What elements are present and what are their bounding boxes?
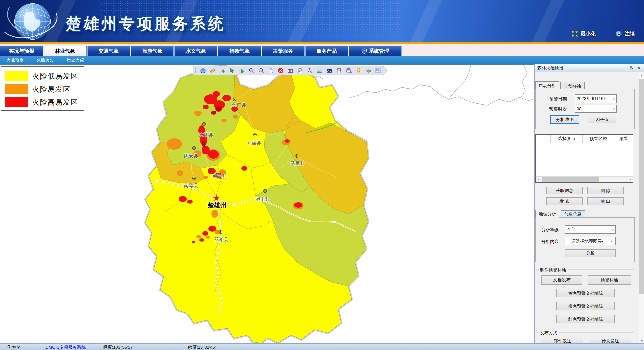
tab-live-and-forecast[interactable]: 实况与预报	[0, 46, 43, 56]
zoom-out-icon[interactable]	[258, 68, 264, 74]
select-by-circle-icon[interactable]	[219, 68, 225, 74]
panel-title: 森林火险预报	[537, 65, 564, 71]
get-info-button[interactable]: 获取信息	[546, 187, 583, 194]
orange-doc-edit-button[interactable]: 橙色预警文档编辑	[556, 302, 615, 310]
tab-decision-service[interactable]: 决策服务	[262, 46, 305, 56]
export-button[interactable]: 输 出	[587, 197, 624, 205]
application-window: 楚雄州专项服务系统 最小化 注销	[0, 0, 644, 350]
select-rotate-icon[interactable]	[239, 68, 245, 74]
minimize-icon	[571, 30, 578, 37]
panel-body: 自动分析 手动标绘 预警日期 2023年 6月16日 预警时次 08 分析成图 …	[535, 72, 639, 343]
status-ready: Ready	[7, 344, 20, 349]
pin-panel-icon[interactable]	[628, 65, 634, 71]
status-longitude: 经度:103°56'57"	[103, 344, 135, 350]
col-blank	[536, 135, 551, 143]
tab-tourism-weather[interactable]: 旅游气象	[131, 46, 174, 56]
fax-send-button[interactable]: 传真发送	[590, 338, 631, 343]
col-county: 选择县市	[551, 135, 583, 143]
stop-icon[interactable]	[278, 68, 284, 74]
label-yaoan: 姚安县	[184, 153, 198, 158]
image-export-icon[interactable]	[317, 68, 323, 74]
label-shuangbai: 双柏县	[214, 237, 228, 242]
publish-button[interactable]: 发 布	[546, 197, 583, 205]
scroll-left-icon[interactable]: ‹	[536, 177, 541, 182]
scroll-down-icon[interactable]: ▼	[639, 338, 644, 343]
tab-service-products[interactable]: 服务产品	[305, 46, 348, 56]
label-chuxiong: 楚雄州	[207, 202, 227, 209]
warning-time-select[interactable]: 08	[575, 105, 617, 113]
map-swatch-icon[interactable]	[326, 68, 332, 74]
warning-date-select[interactable]: 2023年 6月16日	[575, 94, 617, 103]
select-arrow-icon[interactable]	[229, 68, 235, 74]
analysis-content-select[interactable]: 一请选择地理图层-	[565, 237, 616, 245]
subnav-historical-fire-points[interactable]: 历史火点	[60, 57, 91, 63]
delete-button[interactable]: 删 除	[587, 187, 624, 194]
doc-publish-button[interactable]: 文档发布	[541, 275, 582, 285]
print-setup-icon[interactable]	[346, 68, 352, 74]
analysis-level-select[interactable]: 全部	[565, 225, 616, 234]
plot-group-title: 制作预警标绘	[539, 267, 568, 273]
toolbar-grip[interactable]	[195, 68, 196, 74]
col-warning: 预警	[614, 135, 633, 143]
tab-forestry-weather[interactable]: 林业气象	[44, 46, 87, 56]
label-dayao: 大姚县	[199, 132, 213, 137]
tab-hydrology-weather[interactable]: 水文气象	[174, 46, 217, 56]
tab-geo-analysis[interactable]: 地理分析	[535, 210, 559, 218]
warning-plot-button[interactable]: 预警标绘	[588, 275, 631, 285]
zoom-in-icon[interactable]	[249, 68, 255, 74]
analyze-button[interactable]: 分析	[565, 249, 616, 257]
lock-icon	[615, 30, 622, 37]
tab-weather-info[interactable]: 气象信息	[561, 210, 585, 218]
chevron-down-icon	[612, 97, 615, 100]
scroll-up-icon[interactable]: ▲	[639, 72, 644, 78]
email-send-button[interactable]: 邮件发送	[542, 338, 583, 343]
globe-logo-icon	[0, 0, 65, 42]
label-wuding: 武定县	[290, 161, 305, 166]
pan-hand-icon[interactable]	[268, 68, 274, 74]
subnav-fire-risk-history[interactable]: 火险历史	[30, 57, 60, 63]
legend-item-high: 火险高易发区	[1, 96, 84, 109]
panel-vscrollbar[interactable]: ▲ ▼	[639, 72, 644, 343]
table-hscrollbar[interactable]: ‹ ›	[536, 176, 633, 182]
logout-label: 注销	[625, 31, 635, 37]
analyze-map-button[interactable]: 分析成图	[550, 115, 579, 124]
minimize-label: 最小化	[581, 31, 596, 37]
yellow-doc-edit-button[interactable]: 黄色预警文档编辑	[556, 289, 615, 297]
analysis-level-label: 分析等级	[541, 227, 559, 233]
tab-manual-plot[interactable]: 手动标绘	[560, 82, 585, 89]
label-yongren: 永仁县	[232, 102, 246, 107]
identify-icon[interactable]: ?	[307, 68, 313, 74]
tab-auto-analysis[interactable]: 自动分析	[535, 81, 559, 89]
label-lufeng: 禄丰县	[256, 197, 270, 202]
scroll-right-icon[interactable]: ›	[627, 177, 633, 182]
tab-traffic-weather[interactable]: 交通气象	[87, 46, 130, 56]
subnav-fire-risk-forecast[interactable]: 火险预报	[0, 57, 30, 63]
minimize-button[interactable]: 最小化	[571, 30, 596, 37]
warning-date-label: 预警日期	[549, 96, 567, 102]
status-bar: Ready DMGIS专项服务系统 经度:103°56'57" 纬度:25°32…	[0, 343, 644, 350]
pin-icon[interactable]	[356, 68, 362, 74]
back-arrow-icon[interactable]	[365, 68, 371, 74]
legend: 火险低易发区 火险易发区 火险高易发区	[1, 66, 84, 111]
hscroll-thumb[interactable]	[542, 177, 599, 182]
svg-text:?: ?	[309, 69, 310, 72]
full-extent-icon[interactable]	[287, 68, 293, 74]
forest-fire-panel: 森林火险预报 × 自动分析 手动标绘 预警日期 2023年 6月16日 预警时次	[534, 64, 644, 343]
measure-ruler-icon[interactable]	[210, 68, 216, 74]
logout-button[interactable]: 注销	[615, 30, 635, 37]
tab-index-weather[interactable]: 指数气象	[218, 46, 261, 56]
map-toolbar: ?	[193, 66, 387, 75]
refresh-icon[interactable]	[297, 68, 303, 74]
chevron-down-icon	[612, 107, 615, 110]
globe-icon[interactable]	[200, 68, 206, 74]
warning-table[interactable]: 选择县市 预警区域 预警 ‹ ›	[535, 134, 633, 183]
map-frame-border	[0, 64, 534, 65]
red-doc-edit-button[interactable]: 红色预警文档编辑	[556, 315, 615, 323]
vscroll-thumb[interactable]	[639, 79, 644, 294]
legend-flag-icon[interactable]	[375, 68, 381, 74]
tab-system-management[interactable]: 系统管理	[349, 46, 402, 56]
print-icon[interactable]	[336, 68, 342, 74]
close-panel-icon[interactable]: ×	[636, 65, 642, 71]
status-system-name: DMGIS专项服务系统	[45, 344, 86, 350]
factor-value-button[interactable]: 因子值	[588, 116, 616, 123]
